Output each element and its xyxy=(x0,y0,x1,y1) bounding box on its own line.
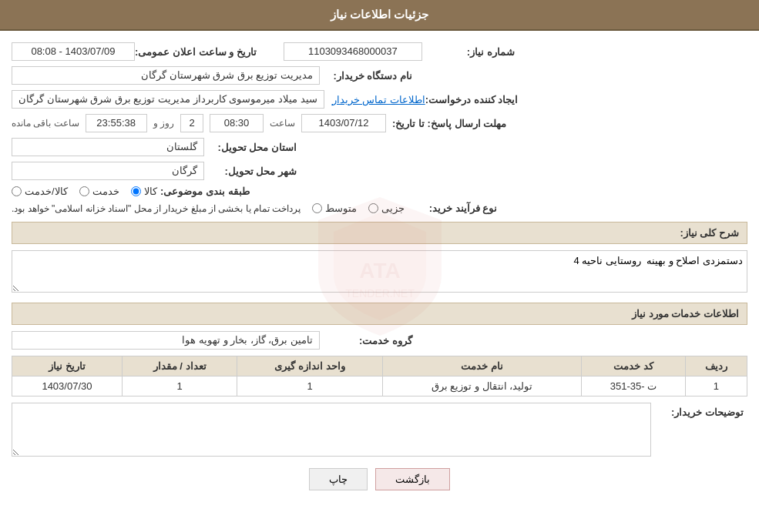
service-group-value: تامین برق، گاز، بخار و تهویه هوا xyxy=(12,331,320,350)
col-header-rownum: ردیف xyxy=(685,356,747,376)
purchase-motavaset-label: متوسط xyxy=(325,202,357,214)
page-title: جزئیات اطلاعات نیاز xyxy=(331,8,428,21)
col-header-date: تاریخ نیاز xyxy=(12,356,123,376)
announce-date-value: 1403/07/09 - 08:08 xyxy=(12,42,135,61)
category-row: طبقه بندی موضوعی: کالا خدمت کالا/خدمت xyxy=(12,186,747,197)
cell-date: 1403/07/30 xyxy=(12,376,123,396)
category-options: کالا خدمت کالا/خدمت xyxy=(12,186,157,197)
deadline-time-label: ساعت xyxy=(270,118,295,129)
general-desc-section-title: شرح کلی نیاز: xyxy=(12,222,747,244)
cell-code: ت -35-351 xyxy=(582,376,686,396)
deadline-remaining: 23:55:38 xyxy=(86,114,147,132)
category-kala-option[interactable]: کالا xyxy=(131,186,157,197)
buyer-org-label: نام دستگاه خریدار: xyxy=(320,70,412,82)
table-row: 1 ت -35-351 تولید، انتقال و توزیع برق 1 … xyxy=(12,376,747,396)
service-group-row: گروه خدمت: تامین برق، گاز، بخار و تهویه … xyxy=(12,331,747,350)
cell-rownum: 1 xyxy=(685,376,747,396)
city-label: شهر محل تحویل: xyxy=(204,166,297,177)
purchase-jozii-radio[interactable] xyxy=(368,203,378,213)
deadline-remaining-label: ساعت باقی مانده xyxy=(12,118,79,129)
purchase-motavaset-radio[interactable] xyxy=(312,203,322,213)
services-section-title: اطلاعات خدمات مورد نیاز xyxy=(12,303,747,325)
deadline-date: 1403/07/12 xyxy=(301,114,386,132)
purchase-jozii-label: جزیی xyxy=(381,202,405,214)
col-header-unit: واحد اندازه گیری xyxy=(237,356,382,376)
services-title-text: اطلاعات خدمات مورد نیاز xyxy=(632,308,739,320)
general-desc-content: دستمزدی اصلاح و بهینه روستایی ناحیه 4 xyxy=(12,250,747,295)
deadline-time: 08:30 xyxy=(210,114,264,132)
province-value: گلستان xyxy=(12,138,204,156)
buyer-notes-row: توضیحات خریدار: xyxy=(12,403,747,457)
page-header: جزئیات اطلاعات نیاز xyxy=(0,0,759,31)
need-number-row: شماره نیاز: 1103093468000037 تاریخ و ساع… xyxy=(12,42,747,61)
cell-name: تولید، انتقال و توزیع برق xyxy=(382,376,581,396)
buttons-row: بازگشت چاپ xyxy=(12,468,747,490)
print-button[interactable]: چاپ xyxy=(309,468,368,490)
city-row: شهر محل تحویل: گرگان xyxy=(12,162,747,180)
category-khedmat-radio[interactable] xyxy=(79,186,89,196)
city-value: گرگان xyxy=(12,162,204,180)
creator-value: سید میلاد میرموسوی کاربرداز مدیریت توزیع… xyxy=(12,90,324,109)
table-header-row: ردیف کد خدمت نام خدمت واحد اندازه گیری ت… xyxy=(12,356,747,376)
category-label: طبقه بندی موضوعی: xyxy=(157,186,250,197)
category-kala-khedmat-radio[interactable] xyxy=(12,186,22,196)
general-desc-label: شرح کلی نیاز: xyxy=(680,227,739,239)
deadline-days-label: روز و xyxy=(153,118,174,129)
category-khedmat-option[interactable]: خدمت xyxy=(79,186,119,197)
category-kala-khedmat-option[interactable]: کالا/خدمت xyxy=(12,186,68,197)
general-desc-row: دستمزدی اصلاح و بهینه روستایی ناحیه 4 xyxy=(12,250,747,295)
buyer-notes-label: توضیحات خریدار: xyxy=(651,403,744,418)
buyer-org-value: مدیریت توزیع برق شرق شهرستان گرگان xyxy=(12,66,320,85)
col-header-code: کد خدمت xyxy=(582,356,686,376)
col-header-name: نام خدمت xyxy=(382,356,581,376)
col-header-qty: تعداد / مقدار xyxy=(122,356,237,376)
service-group-label: گروه خدمت: xyxy=(320,335,412,346)
purchase-type-label: نوع فرآیند خرید: xyxy=(405,202,497,214)
category-kala-radio[interactable] xyxy=(131,186,141,196)
announce-date-label: تاریخ و ساعت اعلان عمومی: xyxy=(135,46,257,58)
province-label: استان محل تحویل: xyxy=(204,142,297,153)
buyer-org-row: نام دستگاه خریدار: مدیریت توزیع برق شرق … xyxy=(12,66,747,85)
cell-unit: 1 xyxy=(237,376,382,396)
back-button[interactable]: بازگشت xyxy=(375,468,450,490)
need-number-value: 1103093468000037 xyxy=(284,42,422,61)
purchase-jozii-option[interactable]: جزیی xyxy=(368,202,405,214)
category-khedmat-label: خدمت xyxy=(92,186,119,197)
deadline-row: مهلت ارسال پاسخ: تا تاریخ: 1403/07/12 سا… xyxy=(12,114,747,132)
services-table: ردیف کد خدمت نام خدمت واحد اندازه گیری ت… xyxy=(12,356,747,396)
deadline-label: مهلت ارسال پاسخ: تا تاریخ: xyxy=(392,118,506,129)
purchase-type-row: نوع فرآیند خرید: جزیی متوسط پرداخت تمام … xyxy=(12,202,747,214)
general-desc-value[interactable]: دستمزدی اصلاح و بهینه روستایی ناحیه 4 xyxy=(12,250,747,293)
purchase-note: پرداخت تمام یا بخشی از مبلغ خریدار از مح… xyxy=(12,203,301,214)
creator-row: ایجاد کننده درخواست: اطلاعات تماس خریدار… xyxy=(12,90,747,109)
deadline-days: 2 xyxy=(180,114,203,132)
buyer-notes-value[interactable] xyxy=(12,403,651,457)
category-kala-label: کالا xyxy=(144,186,157,197)
contact-link[interactable]: اطلاعات تماس خریدار xyxy=(332,94,425,105)
need-number-label: شماره نیاز: xyxy=(422,46,515,58)
cell-qty: 1 xyxy=(122,376,237,396)
province-row: استان محل تحویل: گلستان xyxy=(12,138,747,156)
purchase-motavaset-option[interactable]: متوسط xyxy=(312,202,357,214)
creator-label: ایجاد کننده درخواست: xyxy=(425,94,519,105)
category-kala-khedmat-label: کالا/خدمت xyxy=(25,186,68,197)
